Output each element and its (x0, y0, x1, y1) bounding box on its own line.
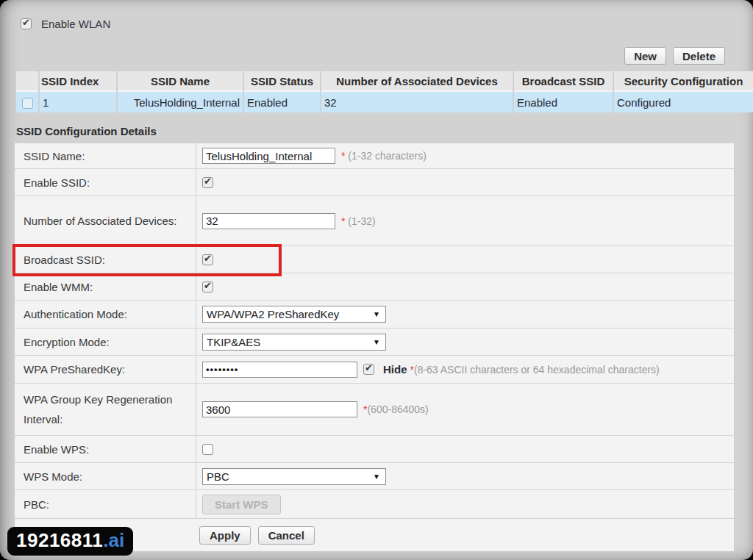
authentication-mode-select[interactable]: WPA/WPA2 PreSharedKey ▼ (202, 306, 386, 323)
enable-wlan-row: Enable WLAN (15, 0, 734, 32)
col-security-configuration: Security Configuration (614, 71, 753, 92)
header-checkbox-spacer (16, 71, 38, 92)
start-wps-button: Start WPS (202, 495, 281, 514)
chevron-down-icon: ▼ (373, 310, 380, 318)
router-config-page: Enable WLAN New Delete SSID Index SSID N… (0, 0, 753, 560)
enable-wlan-checkbox[interactable] (21, 18, 32, 29)
col-ssid-status: SSID Status (244, 71, 320, 92)
wpa-presharedkey-input[interactable] (202, 362, 357, 378)
cell-ssid-status: Enabled (244, 92, 320, 112)
pbc-label: PBC: (15, 490, 196, 518)
authentication-mode-value: WPA/WPA2 PreSharedKey (207, 308, 339, 320)
group-key-interval-input[interactable] (202, 401, 357, 417)
group-key-interval-label: WPA Group Key Regeneration Interval: (15, 384, 196, 435)
wps-mode-value: PBC (207, 470, 229, 483)
new-button[interactable]: New (624, 47, 666, 65)
enable-ssid-checkbox[interactable] (202, 177, 213, 188)
col-ssid-name: SSID Name (118, 71, 243, 92)
form-row-wpa-presharedkey: WPA PreSharedKey: Hide *(8-63 ASCII char… (15, 356, 734, 384)
associated-devices-input[interactable] (202, 213, 335, 229)
broadcast-ssid-checkbox[interactable] (202, 254, 213, 265)
cell-ssid-index: 1 (40, 92, 116, 112)
cell-security-configuration: Configured (614, 92, 753, 112)
encryption-mode-label: Encryption Mode: (15, 329, 196, 355)
enable-ssid-label: Enable SSID: (15, 169, 196, 195)
enable-wlan-label: Enable WLAN (41, 18, 110, 30)
form-row-group-key-interval: WPA Group Key Regeneration Interval: *(6… (15, 384, 734, 436)
hide-label: Hide (383, 363, 407, 376)
associated-devices-hint: (1-32) (345, 215, 375, 227)
ssid-name-hint: (1-32 characters) (345, 150, 426, 162)
col-ssid-index: SSID Index (40, 71, 116, 92)
cell-associated-devices: 32 (321, 92, 513, 112)
encryption-mode-value: TKIP&AES (207, 336, 260, 348)
form-row-enable-wmm: Enable WMM: (15, 273, 734, 301)
encryption-mode-select[interactable]: TKIP&AES ▼ (202, 334, 386, 351)
chevron-down-icon: ▼ (373, 473, 380, 481)
enable-wmm-checkbox[interactable] (202, 281, 213, 292)
watermark-text: 19216811 (16, 529, 103, 551)
wpa-presharedkey-hint: (8-63 ASCII characters or 64 hexadecimal… (414, 364, 660, 376)
form-row-broadcast-ssid: Broadcast SSID: (15, 246, 734, 273)
form-row-authentication-mode: Authentication Mode: WPA/WPA2 PreSharedK… (15, 301, 734, 329)
wps-mode-label: WPS Mode: (15, 463, 196, 489)
ssid-toolbar: New Delete (15, 47, 725, 65)
col-broadcast-ssid: Broadcast SSID (514, 71, 613, 92)
apply-button[interactable]: Apply (199, 526, 251, 545)
ssid-name-label: SSID Name: (15, 143, 196, 168)
wpa-presharedkey-label: WPA PreSharedKey: (15, 356, 196, 383)
ssid-table-row[interactable]: 1 TelusHolding_Internal Enabled 32 Enabl… (16, 92, 753, 112)
ssid-table: SSID Index SSID Name SSID Status Number … (15, 71, 753, 112)
col-associated-devices: Number of Associated Devices (321, 71, 513, 92)
enable-wps-checkbox[interactable] (202, 444, 213, 455)
group-key-interval-hint: (600-86400s) (367, 403, 428, 415)
wps-mode-select[interactable]: PBC ▼ (202, 468, 386, 485)
ssid-name-input[interactable] (202, 148, 335, 164)
cancel-button[interactable]: Cancel (258, 526, 315, 545)
form-row-associated-devices: Number of Associated Devices: * (1-32) (15, 196, 734, 246)
delete-button[interactable]: Delete (673, 47, 725, 65)
ssid-table-header-row: SSID Index SSID Name SSID Status Number … (16, 71, 753, 92)
associated-devices-label: Number of Associated Devices: (15, 196, 196, 245)
hide-password-checkbox[interactable] (363, 364, 374, 375)
authentication-mode-label: Authentication Mode: (15, 301, 196, 328)
ssid-configuration-form: SSID Name: * (1-32 characters) Enable SS… (15, 143, 734, 551)
chevron-down-icon: ▼ (373, 338, 380, 346)
enable-wmm-label: Enable WMM: (15, 273, 196, 300)
broadcast-ssid-label: Broadcast SSID: (15, 246, 196, 273)
watermark-badge: 19216811.ai (7, 527, 133, 556)
section-title: SSID Configuration Details (16, 125, 734, 137)
form-row-wps-mode: WPS Mode: PBC ▼ (15, 463, 734, 490)
enable-wps-label: Enable WPS: (15, 436, 196, 462)
form-row-pbc: PBC: Start WPS (15, 490, 734, 519)
form-row-encryption-mode: Encryption Mode: TKIP&AES ▼ (15, 329, 734, 356)
form-row-enable-wps: Enable WPS: (15, 436, 734, 463)
cell-broadcast-ssid: Enabled (514, 92, 613, 112)
form-row-ssid-name: SSID Name: * (1-32 characters) (15, 143, 734, 169)
cell-ssid-name: TelusHolding_Internal (118, 92, 243, 112)
watermark-suffix: .ai (103, 529, 124, 551)
row-select-checkbox[interactable] (22, 98, 33, 109)
form-row-enable-ssid: Enable SSID: (15, 169, 734, 196)
